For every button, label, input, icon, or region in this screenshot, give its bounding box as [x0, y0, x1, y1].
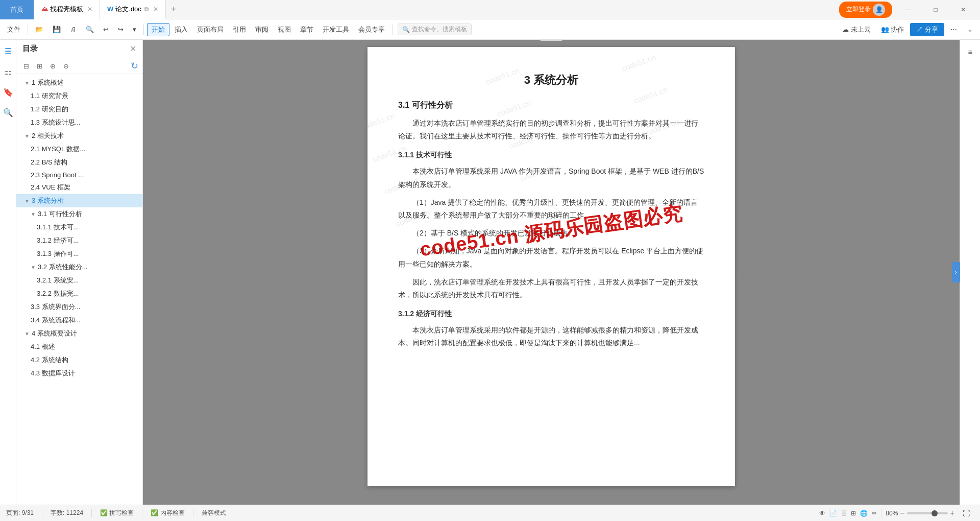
view-icon-page[interactable]: 📄: [829, 510, 837, 517]
zoom-in-button[interactable]: +: [950, 509, 954, 518]
minimize-button[interactable]: —: [896, 0, 920, 19]
share-button[interactable]: ↗ 分享: [910, 23, 944, 36]
start-menu[interactable]: 开始: [147, 23, 169, 36]
toc-item-3-2[interactable]: ▼ 3.2 系统性能分...: [16, 260, 142, 274]
tab-template[interactable]: ⛰ 找程壳模板 ✕: [34, 0, 100, 19]
close-button[interactable]: ✕: [951, 0, 975, 19]
collab-icon: 👥: [881, 26, 889, 33]
doc-restore-icon[interactable]: ⧉: [144, 6, 149, 13]
add-tab-button[interactable]: +: [166, 4, 182, 15]
spell-check[interactable]: ✅ 拼写检查: [100, 509, 134, 517]
toc-item-3-1-3[interactable]: 3.1.3 操作可...: [16, 247, 142, 260]
fullscreen-button[interactable]: ⛶: [959, 508, 974, 519]
collab-label: 协作: [891, 26, 904, 33]
toc-arrow-3-2: ▼: [31, 265, 36, 270]
references-menu[interactable]: 引用: [229, 23, 250, 36]
toc-add[interactable]: ⊕: [47, 60, 58, 72]
toc-expand-all[interactable]: ⊞: [34, 60, 45, 72]
doc-icon: W: [107, 5, 113, 13]
toc-item-3-4[interactable]: 3.4 系统流程和...: [16, 314, 142, 327]
dev-tools-menu[interactable]: 开发工具: [318, 23, 353, 36]
toc-item-1[interactable]: ▼ 1 系统概述: [16, 76, 142, 89]
nav-icon[interactable]: ⚏: [1, 64, 15, 79]
toc-item-4-2[interactable]: 4.2 系统结构: [16, 353, 142, 367]
toc-item-2-1[interactable]: 2.1 MYSQL 数据...: [16, 143, 142, 156]
toc-item-1-3[interactable]: 1.3 系统设计思...: [16, 116, 142, 129]
doc-bullet-1: （1）Java 提供了稳定的性能、优秀的升级性、更快速的开发、更简便的管理、全新…: [398, 196, 704, 222]
toc-item-2[interactable]: ▼ 2 相关技术: [16, 129, 142, 143]
print-btn[interactable]: 🖨: [66, 24, 81, 35]
view-icon-grid[interactable]: ⊞: [851, 510, 856, 517]
toc-item-3-2-2[interactable]: 3.2.2 数据完...: [16, 287, 142, 300]
view-icon-eye[interactable]: 👁: [819, 510, 825, 517]
maximize-button[interactable]: □: [924, 0, 947, 19]
status-sep-5: [881, 509, 881, 517]
view-icon-list[interactable]: ☰: [841, 510, 847, 517]
collab-btn[interactable]: 👥 协作: [877, 23, 909, 36]
toc-icon[interactable]: ☰: [1, 44, 15, 58]
toc-item-2-4[interactable]: 2.4 VUE 框架: [16, 181, 142, 194]
bookmark-icon[interactable]: 🔖: [1, 85, 15, 99]
view-icon-edit[interactable]: ✏: [872, 510, 877, 517]
insert-menu[interactable]: 插入: [170, 23, 192, 36]
tab-template-close[interactable]: ✕: [87, 6, 92, 13]
toc-label-4-2: 4.2 系统结构: [31, 356, 68, 365]
toc-item-3-3[interactable]: 3.3 系统界面分...: [16, 300, 142, 314]
zoom-out-button[interactable]: −: [900, 509, 904, 518]
open-btn[interactable]: 📂: [31, 24, 47, 35]
toc-item-4[interactable]: ▼ 4 系统概要设计: [16, 327, 142, 340]
doc-section-3-1-1: 3.1.1 技术可行性: [398, 151, 704, 160]
toc-collapse-all[interactable]: ⊟: [20, 60, 32, 72]
redo-btn[interactable]: ↪: [114, 24, 128, 35]
toc-item-2-3[interactable]: 2.3 Spring Boot ...: [16, 169, 142, 181]
tab-doc[interactable]: W 论文.doc ⧉ ✕: [100, 0, 166, 19]
more-btn[interactable]: ▾: [129, 24, 140, 35]
right-panel-filter[interactable]: ≡: [962, 44, 978, 60]
toc-label-3-1-1: 3.1.1 技术可...: [37, 223, 79, 232]
toc-remove[interactable]: ⊖: [60, 60, 71, 72]
search-panel-icon[interactable]: 🔍: [1, 105, 15, 120]
more-options-btn[interactable]: ⋯: [946, 24, 961, 35]
tab-home[interactable]: 首页: [0, 0, 34, 19]
sidebar-close-button[interactable]: ✕: [130, 44, 136, 54]
expand-btn[interactable]: ⌄: [963, 24, 977, 35]
toc-arrow-3: ▼: [24, 198, 30, 204]
toc-refresh[interactable]: ↻: [131, 60, 138, 72]
toc-item-4-1[interactable]: 4.1 概述: [16, 340, 142, 353]
review-menu[interactable]: 审阅: [251, 23, 273, 36]
page-layout-menu[interactable]: 页面布局: [193, 23, 228, 36]
toolbar-search[interactable]: 🔍 查找命令、搜索模板: [398, 23, 472, 35]
toc-item-1-1[interactable]: 1.1 研究背景: [16, 89, 142, 103]
undo-btn[interactable]: ↩: [99, 24, 113, 35]
zoom-slider-thumb[interactable]: [932, 510, 938, 516]
toolbar: 文件 📂 💾 🖨 🔍 ↩ ↪ ▾ 开始 插入 页面布局 引用 审阅 视图 章节 …: [0, 19, 980, 40]
chapter-menu[interactable]: 章节: [296, 23, 317, 36]
toc-item-4-3[interactable]: 4.3 数据库设计: [16, 367, 142, 380]
file-menu[interactable]: 文件: [3, 23, 24, 36]
zoom-slider[interactable]: [907, 512, 948, 514]
toc-item-3-1-1[interactable]: 3.1.1 技术可...: [16, 221, 142, 234]
document-area: code51.cn code51.cn code51.cn code51.cn …: [143, 40, 960, 505]
login-label: 立即登录: [846, 5, 871, 14]
cloud-btn[interactable]: ☁ 未上云: [838, 23, 875, 36]
member-menu[interactable]: 会员专享: [354, 23, 389, 36]
toc-item-1-2[interactable]: 1.2 研究目的: [16, 103, 142, 116]
view-menu[interactable]: 视图: [274, 23, 295, 36]
toc-label-1-3: 1.3 系统设计思...: [31, 118, 81, 127]
save-btn[interactable]: 💾: [48, 24, 65, 35]
toc-item-2-2[interactable]: 2.2 B/S 结构: [16, 156, 142, 169]
toc-item-3[interactable]: ▼ 3 系统分析: [16, 194, 142, 207]
content-check[interactable]: ✅ 内容检查: [151, 509, 184, 517]
doc-section-3-1: 3.1 可行性分析: [398, 100, 704, 111]
right-panel-expand-handle[interactable]: ›: [952, 262, 960, 282]
print-preview-btn[interactable]: 🔍: [82, 24, 98, 35]
view-icon-web[interactable]: 🌐: [860, 510, 868, 517]
word-count: 字数: 11224: [51, 509, 83, 517]
toc-item-3-2-1[interactable]: 3.2.1 系统安...: [16, 274, 142, 287]
toc-item-3-1-2[interactable]: 3.1.2 经济可...: [16, 234, 142, 247]
tab-doc-close[interactable]: ✕: [153, 6, 158, 13]
toc-item-3-1[interactable]: ▼ 3.1 可行性分析: [16, 207, 142, 221]
status-sep-4: [193, 509, 193, 517]
login-button[interactable]: 立即登录 👤: [839, 2, 892, 18]
status-sep-1: [42, 509, 42, 517]
